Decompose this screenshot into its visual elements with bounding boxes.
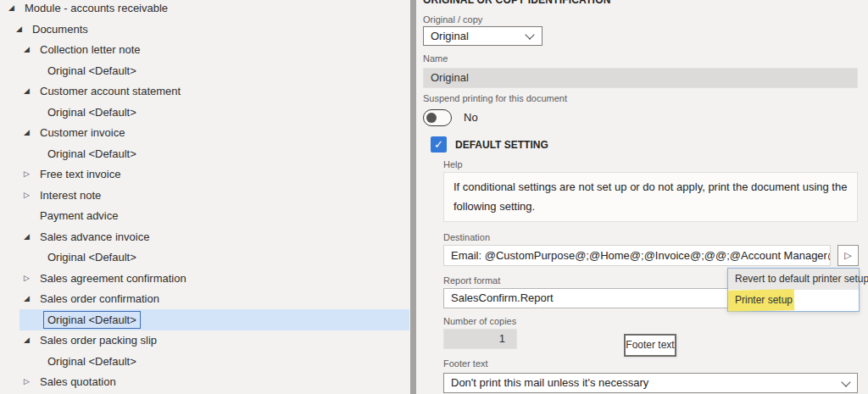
report-format-label: Report format: [443, 275, 500, 286]
tree-row-label: Customer account statement: [40, 85, 181, 97]
expander-icon[interactable]: ◢: [18, 226, 40, 247]
tree-row[interactable]: ◢Documents: [0, 19, 409, 40]
footer-text-dropdown[interactable]: Don't print this mail unless it's necess…: [443, 373, 858, 393]
default-setting-checkbox[interactable]: ✓: [431, 136, 447, 153]
tree-row[interactable]: ▷Sales quotation: [0, 371, 409, 392]
destination-label: Destination: [443, 232, 490, 242]
chevron-down-icon: [525, 30, 534, 39]
tree-row[interactable]: Original <Default>: [0, 102, 409, 123]
name-field: Original: [423, 68, 858, 88]
footer-text-tooltip: Footer text: [624, 334, 676, 357]
help-label: Help: [443, 159, 463, 169]
tree-row-label: Original <Default>: [47, 106, 136, 119]
tree-row-label: Module - accounts receivable: [25, 2, 168, 14]
tree-row-label: Customer invoice: [40, 126, 125, 139]
suspend-printing-toggle[interactable]: [423, 109, 452, 126]
tree-row[interactable]: Original <Default>: [0, 143, 409, 164]
tree-row[interactable]: Original <Default>: [0, 309, 409, 330]
tree-row-label: Documents: [32, 23, 88, 36]
number-of-copies-field: 1: [443, 329, 517, 349]
tree-row[interactable]: ◢Module - accounts receivable: [0, 0, 409, 19]
printer-setup-menu: Revert to default printer setupPrinter s…: [727, 268, 860, 312]
suspend-printing-label: Suspend printing for this document: [423, 93, 567, 103]
section-header: ORIGINAL OR COPY IDENTIFICATION: [423, 0, 611, 6]
expander-icon[interactable]: ▷: [18, 268, 40, 289]
menu-item[interactable]: Revert to default printer setup: [728, 269, 859, 290]
tree-row[interactable]: ▷Free text invoice: [0, 164, 409, 185]
tree-row-label: Sales advance invoice: [40, 230, 149, 243]
expander-icon[interactable]: ◢: [18, 80, 40, 102]
tree-row-label: Sales order confirmation: [40, 292, 159, 305]
tree-row[interactable]: ◢Sales order packing slip: [0, 330, 409, 351]
tree-row[interactable]: ▷Sales agreement confirmation: [0, 268, 409, 289]
default-setting-label: DEFAULT SETTING: [455, 139, 548, 151]
expander-icon[interactable]: ◢: [3, 0, 25, 19]
original-copy-label: Original / copy: [423, 14, 482, 25]
expander-icon[interactable]: ◢: [18, 39, 40, 60]
tree-scrollbar[interactable]: [410, 0, 416, 394]
original-copy-dropdown[interactable]: Original: [423, 26, 542, 46]
tree-row[interactable]: ◢Customer invoice: [0, 122, 409, 143]
tree-row-label: Free text invoice: [40, 168, 120, 180]
tree-row[interactable]: ◢Sales order confirmation: [0, 288, 409, 309]
expander-icon[interactable]: ◢: [18, 330, 40, 351]
expander-icon[interactable]: ◢: [10, 19, 32, 40]
help-textbox[interactable]: If conditional settings are not set up o…: [443, 172, 858, 222]
tree-row[interactable]: Payment advice: [0, 205, 409, 226]
tree-row-label: Original <Default>: [47, 355, 136, 368]
expander-icon[interactable]: ▷: [18, 371, 40, 392]
tree-row[interactable]: ◢Sales advance invoice: [0, 226, 409, 247]
tree-row-label: Interest note: [40, 189, 101, 202]
document-tree: ◢Module - accounts receivable ◢Documents…: [0, 0, 409, 394]
tree-row[interactable]: ▷Interest note: [0, 185, 409, 206]
tree-row-label: Sales agreement confirmation: [40, 272, 186, 285]
tree-row[interactable]: Original <Default>: [0, 247, 409, 268]
expander-icon[interactable]: ▷: [18, 185, 40, 206]
tree-row-label: Original <Default>: [47, 64, 136, 77]
tree-row-label: Sales quotation: [40, 375, 116, 388]
tree-row[interactable]: ◢Collection letter note: [0, 39, 409, 60]
toggle-knob: [426, 113, 437, 123]
original-copy-value: Original: [431, 30, 469, 42]
destination-field[interactable]: Email: @CustomPurpose@;@Home@;@Invoice@;…: [443, 245, 831, 266]
tree-row[interactable]: ◢Customer account statement: [0, 80, 409, 102]
destination-flyout-button[interactable]: ▷: [837, 245, 859, 266]
tree-row-label: Original <Default>: [47, 147, 136, 160]
expander-icon[interactable]: ▷: [18, 164, 40, 185]
tree-row[interactable]: Original <Default>: [0, 60, 409, 81]
tree-row[interactable]: Original <Default>: [0, 351, 409, 372]
menu-item[interactable]: Printer setup: [728, 290, 859, 311]
tree-row-label: Original <Default>: [47, 251, 136, 264]
tree-row-label: Sales order packing slip: [40, 334, 157, 347]
footer-text-label: Footer text: [443, 358, 488, 369]
expander-icon[interactable]: ◢: [18, 122, 40, 143]
expander-icon[interactable]: ◢: [18, 288, 40, 309]
print-management-window: ◢Module - accounts receivable ◢Documents…: [0, 0, 868, 394]
tree-row-label: Original <Default>: [43, 311, 141, 329]
tree-row-label: Payment advice: [40, 209, 119, 222]
name-label: Name: [423, 53, 448, 64]
tree-row-label: Collection letter note: [40, 43, 141, 56]
suspend-printing-state: No: [464, 111, 478, 124]
number-of-copies-label: Number of copies: [443, 316, 516, 326]
